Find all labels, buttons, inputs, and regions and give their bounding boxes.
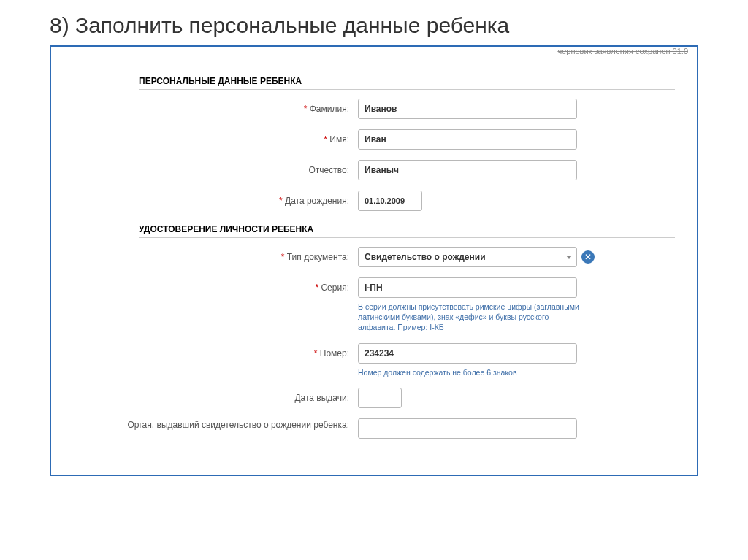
label-text: Фамилия: <box>310 104 349 114</box>
label-surname: * Фамилия: <box>73 99 358 114</box>
label-issuedate: Дата выдачи: <box>73 388 358 403</box>
section-header-personal: ПЕРСОНАЛЬНЫЕ ДАННЫЕ РЕБЕНКА <box>139 73 675 90</box>
row-number: * Номер: Номер должен содержать не более… <box>73 343 675 377</box>
required-marker: * <box>324 134 327 145</box>
required-marker: * <box>314 348 318 358</box>
input-issuedate[interactable] <box>358 388 402 408</box>
input-surname[interactable] <box>358 99 577 119</box>
input-number[interactable] <box>358 343 577 364</box>
row-firstname: * Имя: <box>73 129 675 150</box>
label-firstname: * Имя: <box>73 129 358 145</box>
row-series: * Серия: В серии должны присутствовать р… <box>73 277 675 333</box>
label-text: Имя: <box>329 134 349 145</box>
required-marker: * <box>281 252 285 262</box>
input-patronymic[interactable] <box>358 160 577 180</box>
label-text: Тип документа: <box>287 252 349 262</box>
hint-number: Номер должен содержать не более 6 знаков <box>358 367 584 377</box>
row-birthdate: * Дата рождения: <box>73 191 675 211</box>
section-header-identity: УДОСТОВЕРЕНИЕ ЛИЧНОСТИ РЕБЕНКА <box>139 221 675 238</box>
required-marker: * <box>279 196 283 206</box>
row-issuedate: Дата выдачи: <box>73 388 675 408</box>
label-text: Серия: <box>321 283 349 293</box>
draft-saved-notice: черновик заявления сохранен 01.0 <box>557 47 688 55</box>
input-birthdate[interactable] <box>358 191 422 211</box>
row-patronymic: Отчество: <box>73 160 675 180</box>
hint-series: В серии должны присутствовать римские ци… <box>358 302 584 333</box>
required-marker: * <box>304 104 308 114</box>
label-birthdate: * Дата рождения: <box>73 191 358 206</box>
label-text: Номер: <box>320 348 349 358</box>
label-doctype: * Тип документа: <box>73 247 358 262</box>
label-issuer: Орган, выдавший свидетельство о рождении… <box>73 418 358 430</box>
slide-title: 8) Заполнить персональные данные ребенка <box>0 0 748 45</box>
input-series[interactable] <box>358 277 577 298</box>
close-icon: ✕ <box>584 253 592 261</box>
label-text: Отчество: <box>309 165 350 175</box>
label-series: * Серия: <box>73 277 358 293</box>
label-text: Дата выдачи: <box>294 393 349 403</box>
label-text: Орган, выдавший свидетельство о рождении… <box>127 420 349 430</box>
clear-doctype-button[interactable]: ✕ <box>581 250 595 264</box>
select-doctype[interactable]: Свидетельство о рождении <box>358 247 577 267</box>
chevron-down-icon <box>566 256 572 259</box>
row-surname: * Фамилия: <box>73 99 675 119</box>
required-marker: * <box>315 283 318 293</box>
label-patronymic: Отчество: <box>73 160 358 175</box>
label-text: Дата рождения: <box>285 196 349 206</box>
input-issuer[interactable] <box>358 418 577 439</box>
input-firstname[interactable] <box>358 129 577 150</box>
form-frame: черновик заявления сохранен 01.0 ПЕРСОНА… <box>50 45 698 476</box>
select-doctype-value: Свидетельство о рождении <box>365 252 486 262</box>
label-number: * Номер: <box>73 343 358 358</box>
row-doctype: * Тип документа: Свидетельство о рождени… <box>73 247 675 267</box>
row-issuer: Орган, выдавший свидетельство о рождении… <box>73 418 675 439</box>
form-container: ПЕРСОНАЛЬНЫЕ ДАННЫЕ РЕБЕНКА * Фамилия: *… <box>51 47 697 439</box>
